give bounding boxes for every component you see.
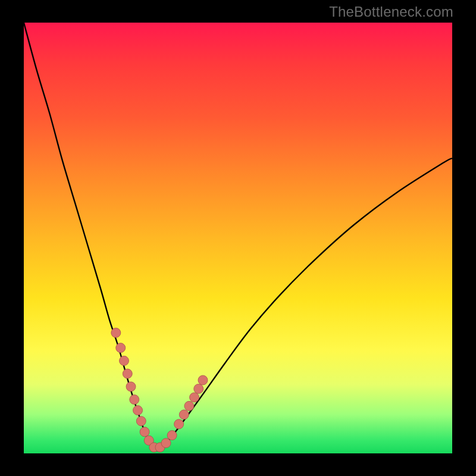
bead-dot [161, 439, 171, 448]
bead-dot [123, 369, 132, 378]
bead-dot [111, 328, 121, 337]
chart-svg [24, 23, 452, 453]
watermark-text: TheBottleneck.com [329, 4, 453, 20]
bead-dot [140, 427, 149, 437]
highlight-beads [111, 328, 208, 452]
bead-dot [174, 419, 184, 429]
bead-dot [184, 401, 194, 411]
bead-dot [119, 356, 129, 365]
bead-dot [167, 431, 177, 440]
bead-dot [194, 384, 203, 393]
bead-dot [133, 406, 143, 415]
bead-dot [190, 393, 199, 402]
chart-frame: TheBottleneck.com [0, 0, 476, 476]
bead-dot [198, 375, 208, 385]
bead-dot [136, 416, 146, 426]
main-curve [24, 23, 452, 449]
bead-dot [126, 382, 136, 392]
bead-dot [179, 410, 189, 419]
bead-dot [130, 395, 139, 405]
bead-dot [116, 343, 126, 353]
